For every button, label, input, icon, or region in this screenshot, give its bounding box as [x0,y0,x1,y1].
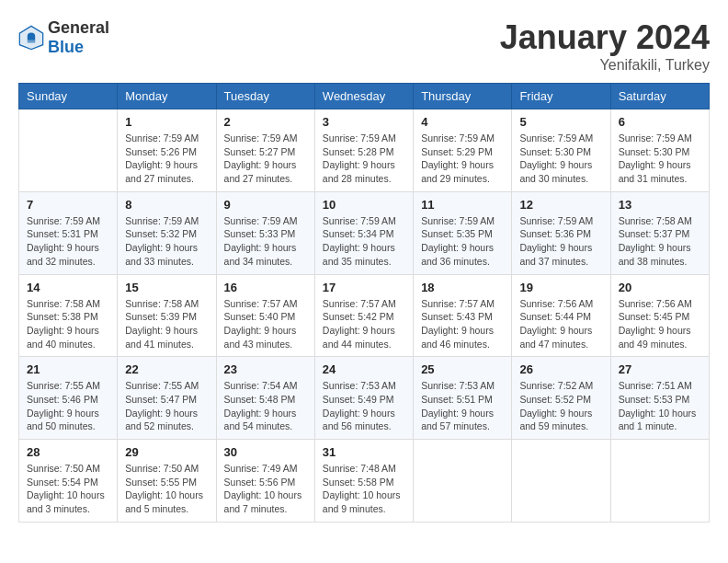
week-row-1: 1Sunrise: 7:59 AMSunset: 5:26 PMDaylight… [19,109,710,192]
main-title: January 2024 [500,18,710,57]
day-number: 29 [125,445,208,459]
day-number: 10 [323,198,405,212]
day-number: 15 [125,281,208,294]
day-info: Sunrise: 7:59 AMSunset: 5:35 PMDaylight:… [421,214,504,269]
calendar-cell: 17Sunrise: 7:57 AMSunset: 5:42 PMDayligh… [314,274,413,357]
calendar-cell [414,440,512,523]
calendar-cell: 21Sunrise: 7:55 AMSunset: 5:46 PMDayligh… [19,357,118,440]
calendar-cell: 7Sunrise: 7:59 AMSunset: 5:31 PMDaylight… [19,191,118,274]
header-day-thursday: Thursday [414,84,512,109]
day-info: Sunrise: 7:55 AMSunset: 5:47 PMDaylight:… [125,379,208,433]
day-number: 19 [519,281,602,294]
calendar-cell: 16Sunrise: 7:57 AMSunset: 5:40 PMDayligh… [216,274,314,357]
day-info: Sunrise: 7:59 AMSunset: 5:29 PMDaylight:… [421,132,504,186]
day-number: 18 [421,281,504,294]
day-info: Sunrise: 7:59 AMSunset: 5:34 PMDaylight:… [323,214,405,269]
calendar-cell [19,109,118,192]
day-number: 25 [421,362,504,376]
header-day-sunday: Sunday [19,84,118,109]
calendar-cell: 19Sunrise: 7:56 AMSunset: 5:44 PMDayligh… [512,274,610,357]
day-number: 22 [125,362,208,376]
header-day-monday: Monday [118,84,216,109]
calendar-cell: 30Sunrise: 7:49 AMSunset: 5:56 PMDayligh… [216,440,314,523]
week-row-4: 21Sunrise: 7:55 AMSunset: 5:46 PMDayligh… [19,357,710,440]
day-info: Sunrise: 7:53 AMSunset: 5:49 PMDaylight:… [323,379,405,433]
calendar-cell: 8Sunrise: 7:59 AMSunset: 5:32 PMDaylight… [118,191,216,274]
day-number: 4 [421,115,504,129]
day-info: Sunrise: 7:59 AMSunset: 5:31 PMDaylight:… [27,214,109,269]
day-number: 13 [619,198,701,212]
day-info: Sunrise: 7:58 AMSunset: 5:39 PMDaylight:… [125,297,208,351]
day-number: 2 [224,115,307,129]
title-block: January 2024 Yenifakili, Turkey [500,18,710,74]
calendar-cell: 20Sunrise: 7:56 AMSunset: 5:45 PMDayligh… [610,274,709,357]
calendar-cell: 6Sunrise: 7:59 AMSunset: 5:30 PMDaylight… [610,109,709,192]
day-info: Sunrise: 7:57 AMSunset: 5:43 PMDaylight:… [421,297,504,351]
calendar-cell: 23Sunrise: 7:54 AMSunset: 5:48 PMDayligh… [216,357,314,440]
day-number: 7 [27,198,109,212]
calendar-cell: 31Sunrise: 7:48 AMSunset: 5:58 PMDayligh… [314,440,413,523]
calendar-cell: 24Sunrise: 7:53 AMSunset: 5:49 PMDayligh… [314,357,413,440]
calendar-cell: 3Sunrise: 7:59 AMSunset: 5:28 PMDaylight… [314,109,413,192]
calendar-cell: 25Sunrise: 7:53 AMSunset: 5:51 PMDayligh… [414,357,512,440]
calendar-cell [610,440,709,523]
calendar-cell: 29Sunrise: 7:50 AMSunset: 5:55 PMDayligh… [118,440,216,523]
calendar-cell: 14Sunrise: 7:58 AMSunset: 5:38 PMDayligh… [19,274,118,357]
calendar-cell: 1Sunrise: 7:59 AMSunset: 5:26 PMDaylight… [118,109,216,192]
day-info: Sunrise: 7:55 AMSunset: 5:46 PMDaylight:… [27,379,109,433]
calendar-cell: 13Sunrise: 7:58 AMSunset: 5:37 PMDayligh… [610,191,709,274]
week-row-3: 14Sunrise: 7:58 AMSunset: 5:38 PMDayligh… [19,274,710,357]
page-header: General Blue January 2024 Yenifakili, Tu… [18,18,710,74]
day-number: 28 [27,445,109,459]
day-info: Sunrise: 7:57 AMSunset: 5:40 PMDaylight:… [224,297,307,351]
day-number: 12 [519,198,602,212]
calendar-cell: 15Sunrise: 7:58 AMSunset: 5:39 PMDayligh… [118,274,216,357]
calendar-cell: 9Sunrise: 7:59 AMSunset: 5:33 PMDaylight… [216,191,314,274]
calendar-cell: 26Sunrise: 7:52 AMSunset: 5:52 PMDayligh… [512,357,610,440]
calendar-cell: 18Sunrise: 7:57 AMSunset: 5:43 PMDayligh… [414,274,512,357]
day-number: 6 [619,115,701,129]
calendar-cell: 10Sunrise: 7:59 AMSunset: 5:34 PMDayligh… [314,191,413,274]
svg-rect-2 [28,40,35,43]
day-number: 5 [519,115,602,129]
calendar-cell [512,440,610,523]
day-info: Sunrise: 7:50 AMSunset: 5:55 PMDaylight:… [125,462,208,516]
day-number: 9 [224,198,307,212]
day-number: 27 [619,362,701,376]
day-number: 14 [27,281,109,294]
header-day-friday: Friday [512,84,610,109]
week-row-5: 28Sunrise: 7:50 AMSunset: 5:54 PMDayligh… [19,440,710,523]
day-number: 11 [421,198,504,212]
calendar-cell: 2Sunrise: 7:59 AMSunset: 5:27 PMDaylight… [216,109,314,192]
day-number: 17 [323,281,405,294]
day-info: Sunrise: 7:58 AMSunset: 5:38 PMDaylight:… [27,297,109,351]
header-day-saturday: Saturday [610,84,709,109]
day-number: 21 [27,362,109,376]
calendar-cell: 4Sunrise: 7:59 AMSunset: 5:29 PMDaylight… [414,109,512,192]
header-row: SundayMondayTuesdayWednesdayThursdayFrid… [19,84,710,109]
subtitle: Yenifakili, Turkey [500,57,710,74]
day-info: Sunrise: 7:53 AMSunset: 5:51 PMDaylight:… [421,379,504,433]
day-info: Sunrise: 7:56 AMSunset: 5:45 PMDaylight:… [619,297,701,351]
day-info: Sunrise: 7:59 AMSunset: 5:36 PMDaylight:… [519,214,602,269]
header-day-wednesday: Wednesday [314,84,413,109]
logo-blue: Blue [48,38,84,56]
day-number: 23 [224,362,307,376]
calendar-cell: 11Sunrise: 7:59 AMSunset: 5:35 PMDayligh… [414,191,512,274]
day-number: 24 [323,362,405,376]
calendar-table: SundayMondayTuesdayWednesdayThursdayFrid… [18,83,710,523]
day-info: Sunrise: 7:59 AMSunset: 5:30 PMDaylight:… [519,132,602,186]
day-info: Sunrise: 7:59 AMSunset: 5:30 PMDaylight:… [619,132,701,186]
logo: General Blue [18,18,109,57]
day-number: 20 [619,281,701,294]
calendar-cell: 27Sunrise: 7:51 AMSunset: 5:53 PMDayligh… [610,357,709,440]
day-info: Sunrise: 7:59 AMSunset: 5:27 PMDaylight:… [224,132,307,186]
week-row-2: 7Sunrise: 7:59 AMSunset: 5:31 PMDaylight… [19,191,710,274]
logo-general: General [48,18,109,37]
day-info: Sunrise: 7:56 AMSunset: 5:44 PMDaylight:… [519,297,602,351]
logo-icon [18,25,44,51]
day-info: Sunrise: 7:51 AMSunset: 5:53 PMDaylight:… [619,379,701,433]
day-info: Sunrise: 7:52 AMSunset: 5:52 PMDaylight:… [519,379,602,433]
day-info: Sunrise: 7:54 AMSunset: 5:48 PMDaylight:… [224,379,307,433]
day-info: Sunrise: 7:58 AMSunset: 5:37 PMDaylight:… [619,214,701,269]
